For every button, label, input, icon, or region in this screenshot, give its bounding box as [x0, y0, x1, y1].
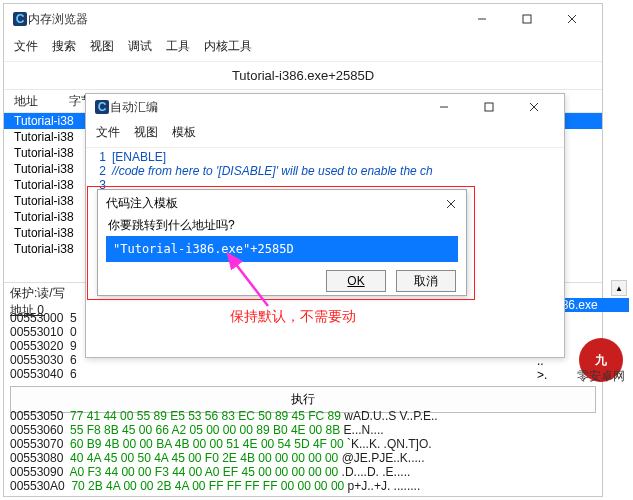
scroll-up-arrow[interactable]: ▲ [611, 280, 627, 296]
watermark-logo: 九零安卓网 [577, 336, 625, 384]
main-titlebar: C 内存浏览器 [4, 4, 602, 34]
inner-menubar: 文件 视图 模板 [86, 120, 564, 148]
menu-tools[interactable]: 工具 [166, 38, 190, 55]
cancel-button[interactable]: 取消 [396, 270, 456, 292]
inner-maximize[interactable] [466, 93, 511, 121]
inner-title: 自动汇编 [110, 99, 421, 116]
inner-menu-template[interactable]: 模板 [172, 124, 196, 141]
dialog-close[interactable] [444, 197, 458, 211]
dialog-prompt: 你要跳转到什么地址吗? [108, 217, 456, 234]
annotation-note: 保持默认，不需要动 [230, 308, 356, 326]
hex-row: 00553040 6 [10, 367, 596, 381]
inner-menu-file[interactable]: 文件 [96, 124, 120, 141]
inner-minimize[interactable] [421, 93, 466, 121]
address-input[interactable] [108, 238, 456, 260]
hex-row: 00553050 77 41 44 00 55 89 E5 53 56 83 E… [10, 409, 596, 423]
hex-view-bottom[interactable]: 00553050 77 41 44 00 55 89 E5 53 56 83 E… [4, 409, 602, 493]
code-injection-dialog: 代码注入模板 你要跳转到什么地址吗? OK 取消 [97, 189, 467, 296]
maximize-button[interactable] [504, 5, 549, 33]
status-protect: 保护:读/写 [10, 286, 65, 300]
menu-kernel[interactable]: 内核工具 [204, 38, 252, 55]
dialog-title: 代码注入模板 [106, 195, 178, 212]
svg-rect-3 [523, 15, 531, 23]
hex-row: 005530A0 70 2B 4A 00 00 2B 4A 00 FF FF F… [10, 479, 596, 493]
svg-text:C: C [16, 12, 25, 26]
main-title: 内存浏览器 [28, 11, 459, 28]
app-icon: C [94, 99, 110, 115]
menu-search[interactable]: 搜索 [52, 38, 76, 55]
menu-debug[interactable]: 调试 [128, 38, 152, 55]
inner-close[interactable] [511, 93, 556, 121]
svg-rect-9 [485, 103, 493, 111]
window-controls [459, 5, 594, 33]
app-icon: C [12, 11, 28, 27]
main-menubar: 文件 搜索 视图 调试 工具 内核工具 [4, 34, 602, 62]
menu-view[interactable]: 视图 [90, 38, 114, 55]
hex-row: 00553090 A0 F3 44 00 00 F3 44 00 A0 EF 4… [10, 465, 596, 479]
inner-titlebar: C 自动汇编 [86, 94, 564, 120]
dialog-titlebar: 代码注入模板 [98, 190, 466, 215]
hex-row: 00553060 55 F8 8B 45 00 66 A2 05 00 00 0… [10, 423, 596, 437]
svg-text:零安卓网: 零安卓网 [577, 369, 625, 383]
svg-text:九: 九 [594, 353, 608, 367]
minimize-button[interactable] [459, 5, 504, 33]
inner-menu-view[interactable]: 视图 [134, 124, 158, 141]
col-address[interactable]: 地址 [14, 93, 69, 110]
ok-button[interactable]: OK [326, 270, 386, 292]
address-path: Tutorial-i386.exe+2585D [4, 62, 602, 90]
close-button[interactable] [549, 5, 594, 33]
menu-file[interactable]: 文件 [14, 38, 38, 55]
hex-row: 00553080 40 4A 45 00 50 4A 45 00 F0 2E 4… [10, 451, 596, 465]
svg-text:C: C [98, 100, 107, 114]
hex-row: 00553070 60 B9 4B 00 00 BA 4B 00 00 51 4… [10, 437, 596, 451]
